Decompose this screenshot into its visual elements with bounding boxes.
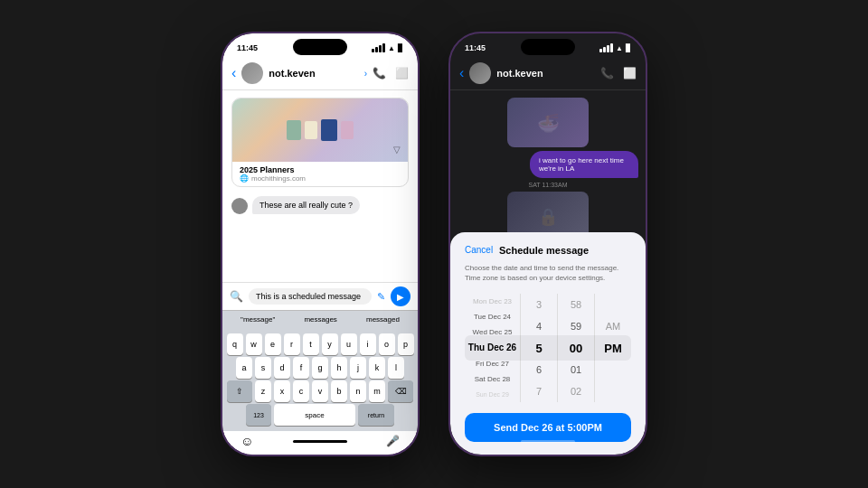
time-label-2: SAT 11:33AM [458,182,638,188]
key-d[interactable]: d [274,357,290,379]
send-button-1[interactable]: ▶ [391,286,410,306]
autocomplete-item-0[interactable]: "message" [237,314,278,325]
globe-icon: 🌐 [240,174,249,183]
autocomplete-item-1[interactable]: messages [300,314,340,325]
bar3 [379,45,382,52]
picker-hour-0[interactable]: 3 [521,294,557,315]
key-p[interactable]: p [398,333,414,355]
call-icon-2[interactable]: 📞 [600,67,614,80]
call-icon-1[interactable]: 📞 [373,67,386,80]
picker-col-hour[interactable]: 3 4 5 6 7 [521,294,557,402]
keyboard: q w e r t y u i o p a s d [222,328,418,431]
time-picker[interactable]: Mon Dec 23 Tue Dec 24 Wed Dec 25 Thu Dec… [465,294,631,402]
key-r[interactable]: r [284,333,300,355]
message-bubble-received: These are all really cute ? [222,194,418,216]
send-schedule-button[interactable]: Send Dec 26 at 5:00PM [465,413,631,442]
key-space[interactable]: space [274,404,355,426]
home-indicator-1 [293,440,347,443]
key-k[interactable]: k [369,357,385,379]
photo-placeholder: 🍜 [507,98,589,147]
picker-hour-3[interactable]: 6 [521,359,557,380]
key-e[interactable]: e [265,333,281,355]
key-m[interactable]: m [369,380,385,402]
video-icon-2[interactable]: ⬜ [623,67,637,80]
picker-am[interactable]: AM [595,315,631,337]
chat-area-1: ▽ 2025 Planners 🌐 mochithings.com [222,90,418,282]
shared-card: ▽ 2025 Planners 🌐 mochithings.com [231,98,409,187]
back-button-2[interactable]: ‹ [459,65,464,81]
key-x[interactable]: x [274,380,290,402]
autocomplete-item-2[interactable]: messaged [363,314,403,325]
card-image: ▽ [232,99,408,162]
mic-icon[interactable]: 🎤 [386,435,400,447]
key-w[interactable]: w [246,333,262,355]
picker-min-2[interactable]: 00 [558,337,594,359]
wifi-icon-2: ▲ [616,44,623,52]
key-h[interactable]: h [331,357,347,379]
picker-date-3[interactable]: Thu Dec 26 [465,340,520,355]
cancel-button[interactable]: Cancel [465,245,493,255]
schedule-bottom-sheet: Cancel Schedule message Choose the date … [450,232,646,455]
key-v[interactable]: v [312,380,328,402]
key-t[interactable]: t [303,333,319,355]
key-123[interactable]: 123 [246,404,271,426]
picker-hour-1[interactable]: 4 [521,315,557,337]
picker-date-0[interactable]: Mon Dec 23 [465,294,520,309]
key-a[interactable]: a [236,357,252,379]
picker-min-4[interactable]: 02 [558,380,594,402]
scene: 11:45 ▲ ▊ ‹ [0,0,868,488]
emoji-icon[interactable]: ☺ [241,434,253,448]
picker-min-3[interactable]: 01 [558,359,594,380]
picker-date-5[interactable]: Sat Dec 28 [465,371,520,387]
key-u[interactable]: u [341,333,357,355]
header-icons-2: 📞 ⬜ [600,67,637,80]
key-j[interactable]: j [350,357,366,379]
back-button-1[interactable]: ‹ [231,65,236,81]
edit-button[interactable]: ✎ [377,291,385,303]
key-y[interactable]: y [322,333,338,355]
wifi-icon-1: ▲ [388,44,395,52]
key-row-0: q w e r t y u i o p [224,333,416,355]
picker-col-date[interactable]: Mon Dec 23 Tue Dec 24 Wed Dec 25 Thu Dec… [465,294,520,402]
key-g[interactable]: g [312,357,328,379]
video-icon-1[interactable]: ⬜ [395,67,409,80]
status-icons-2: ▲ ▊ [599,43,631,52]
picker-date-6[interactable]: Sun Dec 29 [465,387,520,402]
key-l[interactable]: l [388,357,404,379]
message-input-box[interactable]: This is a scheduled message [249,288,372,305]
phone-2-screen: 11:45 ▲ ▊ ‹ [450,33,646,455]
phone-1: 11:45 ▲ ▊ ‹ [221,32,420,456]
picker-pm[interactable]: PM [595,337,631,359]
time-2: 11:45 [465,43,486,52]
bubble-text: These are all really cute ? [252,196,360,214]
bar4 [382,43,385,52]
key-shift[interactable]: ⇧ [227,380,252,402]
picker-col-minute[interactable]: 58 59 00 01 02 [558,294,594,402]
key-c[interactable]: c [293,380,309,402]
key-o[interactable]: o [379,333,395,355]
picker-date-4[interactable]: Fri Dec 27 [465,356,520,371]
picker-hour-4[interactable]: 7 [521,380,557,402]
key-q[interactable]: q [227,333,243,355]
key-z[interactable]: z [255,380,271,402]
header-icons-1: 📞 ⬜ [373,67,409,80]
key-return[interactable]: return [358,404,394,426]
picker-col-ampm[interactable]: AM PM [595,294,631,402]
bar2 [375,47,378,52]
picker-min-1[interactable]: 59 [558,315,594,337]
planner-blue [321,119,337,141]
picker-date-2[interactable]: Wed Dec 25 [465,324,520,340]
key-i[interactable]: i [360,333,376,355]
bar2-2 [603,47,606,52]
search-icon-msg[interactable]: 🔍 [230,290,243,303]
key-b[interactable]: b [331,380,347,402]
key-backspace[interactable]: ⌫ [388,380,413,402]
picker-hour-2[interactable]: 5 [521,337,557,359]
key-s[interactable]: s [255,357,271,379]
key-n[interactable]: n [350,380,366,402]
key-row-1: a s d f g h j k l [224,357,416,379]
picker-min-0[interactable]: 58 [558,294,594,315]
sheet-header: Cancel Schedule message [465,245,631,256]
key-f[interactable]: f [293,357,309,379]
picker-date-1[interactable]: Tue Dec 24 [465,309,520,324]
